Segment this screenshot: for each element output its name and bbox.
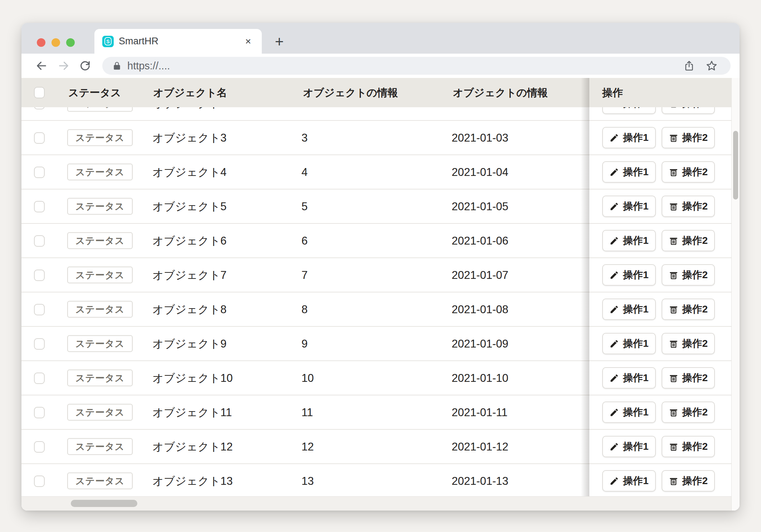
table-row: ステータス オブジェクト4 4 2021-01-04 操作1 操作2 xyxy=(21,155,731,189)
delete-action-button[interactable]: 操作2 xyxy=(662,196,715,217)
tab-strip: S SmartHR × + xyxy=(21,23,740,54)
edit-action-button[interactable]: 操作1 xyxy=(602,367,656,389)
forward-icon[interactable] xyxy=(57,59,71,73)
table-row: ステータス オブジェクト3 3 2021-01-03 操作1 操作2 xyxy=(21,121,731,155)
edit-action-label: 操作1 xyxy=(623,165,649,179)
rows-container: ステータス オブジェクト2 2 2021-01-02 操作1 操作2 ステータス… xyxy=(21,107,731,496)
back-icon[interactable] xyxy=(34,59,49,73)
zoom-window-button[interactable] xyxy=(66,38,75,47)
edit-action-label: 操作1 xyxy=(623,302,649,316)
delete-action-button[interactable]: 操作2 xyxy=(662,107,715,114)
horizontal-scrollbar-thumb[interactable] xyxy=(71,500,137,507)
vertical-scrollbar[interactable] xyxy=(731,78,740,511)
trash-icon xyxy=(669,339,678,349)
edit-action-button[interactable]: 操作1 xyxy=(602,161,656,183)
delete-action-button[interactable]: 操作2 xyxy=(662,436,715,457)
edit-action-button[interactable]: 操作1 xyxy=(602,436,656,457)
row-checkbox[interactable] xyxy=(34,107,45,109)
actions-cell: 操作1 操作2 xyxy=(589,121,731,154)
row-checkbox[interactable] xyxy=(34,407,45,418)
edit-action-button[interactable]: 操作1 xyxy=(602,299,656,320)
pencil-icon xyxy=(609,202,619,211)
table-area: ステータス オブジェクト名 オブジェクトの情報 オブジェクトの情報 操作 ステー… xyxy=(21,78,740,511)
delete-action-button[interactable]: 操作2 xyxy=(662,230,715,251)
vertical-scrollbar-thumb[interactable] xyxy=(733,131,738,200)
status-badge: ステータス xyxy=(67,267,133,284)
actions-cell: 操作1 操作2 xyxy=(589,292,731,326)
delete-action-button[interactable]: 操作2 xyxy=(662,127,715,148)
pencil-icon xyxy=(609,373,619,383)
share-icon[interactable] xyxy=(683,60,695,72)
table-row: ステータス オブジェクト9 9 2021-01-09 操作1 操作2 xyxy=(21,327,731,361)
object-name-cell: オブジェクト4 xyxy=(152,155,227,189)
table-row: ステータス オブジェクト7 7 2021-01-07 操作1 操作2 xyxy=(21,258,731,292)
trash-icon xyxy=(669,107,678,108)
pencil-icon xyxy=(609,107,619,108)
delete-action-label: 操作2 xyxy=(682,440,708,453)
edit-action-button[interactable]: 操作1 xyxy=(602,196,656,217)
pencil-icon xyxy=(609,442,619,452)
object-date-cell: 2021-01-09 xyxy=(452,327,509,361)
row-checkbox[interactable] xyxy=(34,201,45,212)
close-tab-icon[interactable]: × xyxy=(242,34,254,49)
delete-action-button[interactable]: 操作2 xyxy=(662,299,715,320)
object-info-cell: 2 xyxy=(301,107,308,121)
edit-action-button[interactable]: 操作1 xyxy=(602,333,656,354)
edit-action-button[interactable]: 操作1 xyxy=(602,264,656,286)
row-checkbox[interactable] xyxy=(34,338,45,350)
edit-action-button[interactable]: 操作1 xyxy=(602,470,656,492)
edit-action-label: 操作1 xyxy=(623,337,649,350)
row-checkbox[interactable] xyxy=(34,441,45,453)
edit-action-label: 操作1 xyxy=(623,268,649,282)
actions-cell: 操作1 操作2 xyxy=(589,361,731,395)
delete-action-button[interactable]: 操作2 xyxy=(662,333,715,354)
url-text: https://.... xyxy=(127,60,683,72)
browser-tab[interactable]: S SmartHR × xyxy=(94,29,262,54)
object-name-cell: オブジェクト13 xyxy=(152,464,233,496)
delete-action-button[interactable]: 操作2 xyxy=(662,161,715,183)
pencil-icon xyxy=(609,133,619,143)
edit-action-button[interactable]: 操作1 xyxy=(602,402,656,423)
edit-action-button[interactable]: 操作1 xyxy=(602,230,656,251)
object-info-cell: 9 xyxy=(301,327,308,361)
row-checkbox[interactable] xyxy=(34,476,45,487)
minimize-window-button[interactable] xyxy=(51,38,60,47)
pencil-icon xyxy=(609,270,619,280)
row-checkbox[interactable] xyxy=(34,235,45,247)
edit-action-button[interactable]: 操作1 xyxy=(602,107,656,114)
delete-action-button[interactable]: 操作2 xyxy=(662,470,715,492)
delete-action-button[interactable]: 操作2 xyxy=(662,367,715,389)
bookmark-star-icon[interactable] xyxy=(706,60,718,72)
delete-action-button[interactable]: 操作2 xyxy=(662,402,715,423)
table-row: ステータス オブジェクト5 5 2021-01-05 操作1 操作2 xyxy=(21,189,731,224)
object-name-cell: オブジェクト12 xyxy=(152,430,233,464)
trash-icon xyxy=(669,442,678,452)
row-checkbox[interactable] xyxy=(34,304,45,315)
actions-cell: 操作1 操作2 xyxy=(589,224,731,257)
delete-action-label: 操作2 xyxy=(682,234,708,247)
object-name-cell: オブジェクト9 xyxy=(152,327,227,361)
object-date-cell: 2021-01-11 xyxy=(452,395,507,430)
close-window-button[interactable] xyxy=(37,38,45,47)
reload-icon[interactable] xyxy=(78,59,92,73)
status-badge: ステータス xyxy=(67,198,133,215)
delete-action-label: 操作2 xyxy=(682,371,708,385)
horizontal-scrollbar[interactable] xyxy=(21,496,731,511)
object-info-cell: 3 xyxy=(301,121,308,155)
row-checkbox[interactable] xyxy=(34,132,45,144)
object-info-cell: 4 xyxy=(301,155,308,189)
delete-action-label: 操作2 xyxy=(682,107,708,110)
select-all-checkbox[interactable] xyxy=(34,87,45,98)
new-tab-button[interactable]: + xyxy=(270,34,288,51)
status-badge: ステータス xyxy=(67,404,133,421)
object-date-cell: 2021-01-07 xyxy=(452,258,509,292)
row-checkbox[interactable] xyxy=(34,167,45,178)
traffic-lights xyxy=(37,38,75,47)
trash-icon xyxy=(669,476,678,486)
status-badge: ステータス xyxy=(67,370,133,386)
address-bar[interactable]: https://.... xyxy=(102,57,731,75)
row-checkbox[interactable] xyxy=(34,373,45,384)
edit-action-button[interactable]: 操作1 xyxy=(602,127,656,148)
row-checkbox[interactable] xyxy=(34,270,45,281)
delete-action-button[interactable]: 操作2 xyxy=(662,264,715,286)
